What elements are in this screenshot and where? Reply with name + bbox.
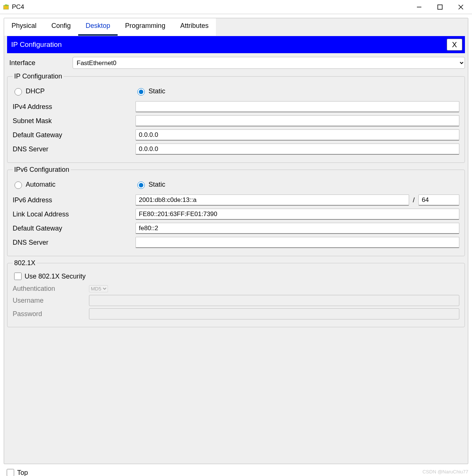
ipv6-lla-input[interactable] xyxy=(135,209,459,220)
ipv4-input[interactable] xyxy=(135,101,459,112)
ipv6-config-legend: IPv6 Configuration xyxy=(13,166,71,174)
svg-rect-2 xyxy=(438,5,442,9)
ip-config-legend: IP Configuration xyxy=(13,73,64,80)
app-icon xyxy=(3,4,10,10)
ipv4-label: IPv4 Address xyxy=(13,103,135,111)
mask-label: Subnet Mask xyxy=(13,117,135,125)
pane-header: IP Configuration X xyxy=(7,36,465,53)
interface-select[interactable]: FastEthernet0 xyxy=(73,57,465,69)
pane-close-button[interactable]: X xyxy=(447,39,462,51)
dot1x-group: 802.1X Use 802.1X Security Authenticatio… xyxy=(7,259,465,327)
ipv6-prefix-input[interactable] xyxy=(418,194,459,206)
ipv6-dns-input[interactable] xyxy=(135,237,459,248)
ip-config-group: IP Configuration DHCP Static IPv4 Addres… xyxy=(7,73,465,163)
pane-title: IP Configuration xyxy=(11,41,447,49)
dot1x-pass-label: Password xyxy=(13,310,89,318)
dot1x-user-input xyxy=(89,295,459,306)
dot1x-use-checkbox[interactable]: Use 802.1X Security xyxy=(13,271,459,281)
window-titlebar: PC4 xyxy=(0,0,472,14)
ipv6-addr-input[interactable] xyxy=(135,194,409,206)
interface-label: Interface xyxy=(9,59,73,67)
dot1x-pass-input xyxy=(89,308,459,319)
tab-attributes[interactable]: Attributes xyxy=(173,18,216,36)
ipv6-config-group: IPv6 Configuration Automatic Static IPv6… xyxy=(7,166,465,256)
tab-config[interactable]: Config xyxy=(44,18,78,36)
dns-label: DNS Server xyxy=(13,145,135,153)
ipv6-slash: / xyxy=(413,196,415,204)
close-button[interactable] xyxy=(450,0,471,14)
dot1x-auth-label: Authentication xyxy=(13,285,89,293)
tab-programming[interactable]: Programming xyxy=(118,18,173,36)
dot1x-legend: 802.1X xyxy=(13,259,37,267)
top-checkbox[interactable]: Top xyxy=(0,464,472,476)
maximize-button[interactable] xyxy=(430,0,450,14)
mask-input[interactable] xyxy=(135,115,459,126)
ipv6-gw-label: Default Gateway xyxy=(13,225,135,232)
tab-bar: Physical Config Desktop Programming Attr… xyxy=(4,18,468,36)
dns-input[interactable] xyxy=(135,144,459,155)
ipv6-static-radio[interactable]: Static xyxy=(135,180,165,189)
tab-desktop[interactable]: Desktop xyxy=(78,18,118,36)
ipv6-dns-label: DNS Server xyxy=(13,239,135,247)
dot1x-auth-select: MD5 xyxy=(89,285,108,292)
tab-physical[interactable]: Physical xyxy=(4,18,44,36)
ip-dhcp-radio[interactable]: DHCP xyxy=(13,87,135,96)
ip-static-radio[interactable]: Static xyxy=(135,87,165,96)
watermark: CSDN @NaruChiu77 xyxy=(422,469,468,475)
minimize-button[interactable] xyxy=(409,0,430,14)
ipv6-lla-label: Link Local Address xyxy=(13,210,135,218)
ipv6-auto-radio[interactable]: Automatic xyxy=(13,180,135,189)
window-title: PC4 xyxy=(12,3,409,11)
ipv6-addr-label: IPv6 Address xyxy=(13,196,135,204)
ipv6-gw-input[interactable] xyxy=(135,223,459,234)
gw-input[interactable] xyxy=(135,129,459,141)
gw-label: Default Gateway xyxy=(13,131,135,139)
dot1x-user-label: Username xyxy=(13,297,89,305)
main-panel: Physical Config Desktop Programming Attr… xyxy=(4,18,468,464)
